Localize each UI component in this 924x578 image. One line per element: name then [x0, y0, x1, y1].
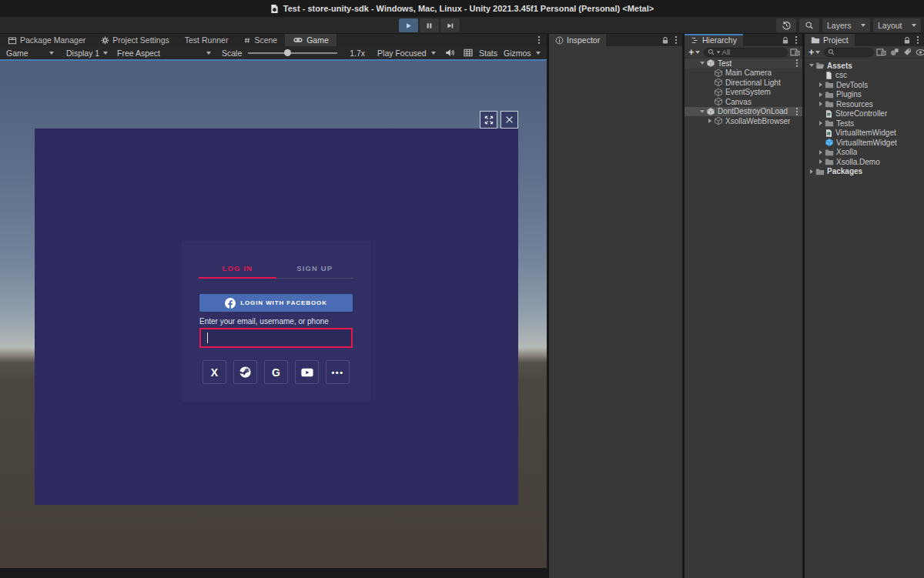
- project-item-storecontroller[interactable]: StoreController: [805, 109, 924, 119]
- project-item-resources[interactable]: Resources: [805, 99, 924, 109]
- more-login-button[interactable]: •••: [326, 360, 350, 384]
- tab-package-manager[interactable]: Package Manager: [0, 34, 93, 46]
- play-focused-dropdown[interactable]: Play Focused: [374, 47, 439, 58]
- tab-test-runner[interactable]: Test Runner: [177, 34, 236, 46]
- open-window-icon[interactable]: [876, 48, 886, 57]
- tab-game[interactable]: Game: [285, 34, 336, 46]
- history-button[interactable]: [776, 18, 796, 32]
- login-tab-log-in[interactable]: LOG IN: [199, 264, 276, 279]
- gameobject-icon: [714, 78, 723, 87]
- google-login-button[interactable]: G: [264, 360, 288, 384]
- item-label: csc: [835, 71, 847, 79]
- item-label: Plugins: [836, 90, 862, 99]
- search-icon: [805, 21, 814, 30]
- visibility-icon[interactable]: [916, 48, 924, 56]
- expand-icon: [484, 115, 494, 125]
- inspector-menu-icon[interactable]: [675, 35, 678, 45]
- expand-arrow-icon[interactable]: [808, 64, 815, 67]
- hierarchy-item-directional-light[interactable]: Directional Light: [685, 78, 802, 88]
- project-item-tests[interactable]: Tests: [805, 119, 924, 129]
- project-item-xsolla-demo[interactable]: Xsolla.Demo: [805, 157, 924, 167]
- lock-icon[interactable]: [903, 36, 911, 45]
- layout-dropdown[interactable]: Layout: [873, 18, 921, 32]
- project-item-virtualitemwidget[interactable]: VirtualItemWidget: [805, 129, 924, 139]
- hierarchy-menu-icon[interactable]: [795, 35, 798, 45]
- project-item-devtools[interactable]: DevTools: [805, 80, 924, 90]
- tab-menu-icon[interactable]: [537, 35, 541, 45]
- tab-inspector[interactable]: Inspector: [549, 34, 606, 46]
- item-label: Resources: [836, 100, 873, 109]
- tab-project-settings[interactable]: Project Settings: [93, 34, 177, 46]
- project-create-button[interactable]: +: [807, 48, 822, 57]
- search-button[interactable]: [799, 18, 819, 32]
- item-menu-icon[interactable]: [795, 107, 802, 116]
- label-filter-icon[interactable]: [903, 48, 912, 56]
- game-mode-dropdown[interactable]: Game: [3, 47, 57, 58]
- hierarchy-item-main-camera[interactable]: Main Camera: [685, 68, 802, 79]
- tab-scene[interactable]: Scene: [236, 34, 285, 46]
- expand-arrow-icon[interactable]: [698, 110, 706, 113]
- item-label: Main Camera: [725, 68, 772, 77]
- toolbar-right-controls: Layers Layout: [776, 18, 921, 32]
- steam-login-button[interactable]: [233, 360, 257, 384]
- project-search-input[interactable]: [824, 48, 874, 57]
- chevron-down-icon: [431, 52, 436, 55]
- play-button[interactable]: [399, 18, 418, 32]
- expand-arrow-icon[interactable]: [817, 159, 825, 164]
- slider-knob[interactable]: [284, 49, 291, 56]
- project-menu-icon[interactable]: [916, 35, 919, 45]
- stats-button[interactable]: Stats: [479, 48, 497, 58]
- facebook-login-button[interactable]: LOGIN WITH FACEBOOK: [199, 294, 353, 312]
- hierarchy-item-dontdestroyonload[interactable]: DontDestroyOnLoad: [685, 107, 802, 117]
- mute-audio-button[interactable]: [442, 47, 457, 58]
- aspect-ratio-dropdown[interactable]: Free Aspect: [114, 47, 214, 58]
- project-item-packages[interactable]: Packages: [805, 167, 924, 177]
- hierarchy-search-input[interactable]: All: [704, 48, 788, 57]
- expand-arrow-icon[interactable]: [817, 121, 825, 125]
- facebook-button-label: LOGIN WITH FACEBOOK: [240, 299, 327, 306]
- game-viewport: LOG INSIGN UP LOGIN WITH FACEBOOK Enter …: [0, 61, 547, 568]
- project-item-plugins[interactable]: Plugins: [805, 90, 924, 100]
- history-icon: [782, 21, 792, 31]
- gameobject-icon: [714, 68, 723, 78]
- lock-icon[interactable]: [661, 36, 669, 45]
- project-item-csc[interactable]: csc: [805, 71, 924, 81]
- layout-label: Layout: [878, 21, 902, 30]
- pause-button[interactable]: [420, 18, 439, 32]
- project-item-virtualitemwidget[interactable]: VirtualItemWidget: [805, 138, 924, 148]
- hierarchy-item-eventsystem[interactable]: EventSystem: [685, 88, 802, 98]
- tab-hierarchy[interactable]: Hierarchy: [685, 34, 743, 46]
- hierarchy-item-test[interactable]: Test: [685, 58, 802, 68]
- tab-project[interactable]: Project: [805, 34, 855, 46]
- fullscreen-button[interactable]: [480, 111, 497, 129]
- hierarchy-item-xsollawebbrowser[interactable]: XsollaWebBrowser: [685, 116, 802, 126]
- lock-icon[interactable]: [782, 36, 789, 45]
- x-login-button[interactable]: X: [203, 360, 226, 384]
- email-input[interactable]: [201, 329, 351, 346]
- display-dropdown[interactable]: Display 1: [63, 47, 111, 58]
- expand-arrow-icon[interactable]: [817, 92, 825, 97]
- hierarchy-item-canvas[interactable]: Canvas: [685, 97, 802, 107]
- expand-arrow-icon[interactable]: [817, 82, 825, 87]
- step-button[interactable]: [440, 18, 460, 32]
- vsync-button[interactable]: [460, 47, 476, 58]
- hierarchy-icon: [691, 36, 699, 45]
- expand-arrow-icon[interactable]: [698, 62, 706, 65]
- inspector-panel: Inspector: [549, 34, 682, 578]
- youtube-login-button[interactable]: [295, 360, 319, 384]
- expand-arrow-icon[interactable]: [706, 119, 714, 123]
- expand-arrow-icon[interactable]: [817, 102, 825, 106]
- expand-arrow-icon[interactable]: [817, 150, 825, 155]
- asset-type-filter-icon[interactable]: [890, 48, 899, 56]
- layers-dropdown[interactable]: Layers: [822, 18, 870, 32]
- login-tab-sign-up[interactable]: SIGN UP: [276, 264, 354, 279]
- open-window-icon[interactable]: [790, 48, 800, 57]
- close-browser-button[interactable]: [500, 111, 518, 129]
- project-item-assets[interactable]: Assets: [805, 61, 924, 71]
- hierarchy-create-button[interactable]: +: [687, 48, 701, 57]
- item-menu-icon[interactable]: [795, 58, 802, 68]
- expand-arrow-icon[interactable]: [808, 169, 815, 174]
- project-item-xsolla[interactable]: Xsolla: [805, 148, 924, 158]
- scale-slider[interactable]: [246, 47, 339, 58]
- gizmos-dropdown[interactable]: Gizmos: [500, 47, 544, 58]
